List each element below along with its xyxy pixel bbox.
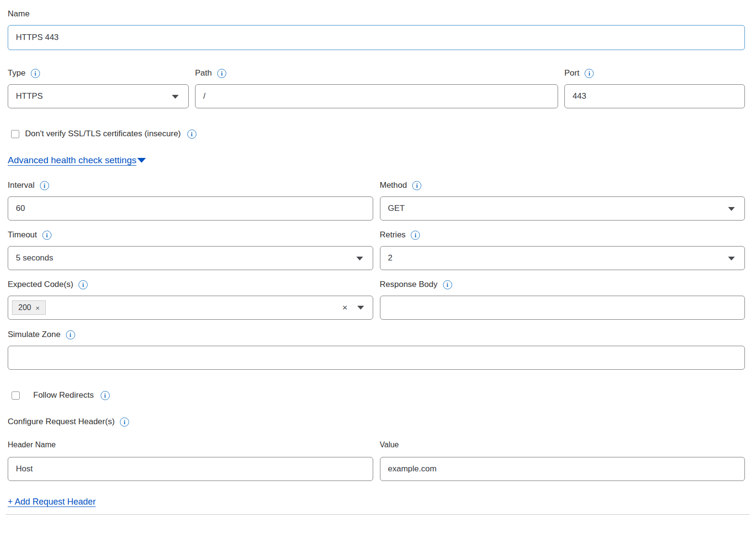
type-path-port-row: Type i HTTPS Path i Port i bbox=[8, 68, 745, 108]
simulate-zone-label: Simulate Zone bbox=[8, 329, 61, 340]
info-icon[interactable]: i bbox=[412, 181, 421, 190]
verify-ssl-checkbox[interactable] bbox=[11, 130, 19, 138]
interval-input[interactable] bbox=[8, 196, 373, 221]
method-label: Method bbox=[380, 180, 407, 191]
chevron-down-icon bbox=[728, 257, 735, 260]
request-headers-section-label-row: Configure Request Header(s) i bbox=[8, 416, 745, 427]
field-retries: Retries i 2 bbox=[380, 230, 745, 270]
expected-code-tag: 200 × bbox=[12, 300, 46, 315]
advanced-settings-link[interactable]: Advanced health check settings bbox=[8, 155, 136, 166]
field-type: Type i HTTPS bbox=[8, 68, 189, 108]
info-icon[interactable]: i bbox=[40, 181, 49, 190]
info-icon[interactable]: i bbox=[78, 280, 88, 289]
info-icon[interactable]: i bbox=[120, 417, 129, 427]
chevron-down-icon bbox=[728, 207, 735, 211]
chevron-down-icon[interactable] bbox=[137, 158, 146, 163]
name-label: Name bbox=[8, 9, 29, 19]
field-interval: Interval i bbox=[8, 180, 373, 221]
port-label: Port bbox=[564, 68, 579, 78]
codes-body-row: Expected Code(s) i 200 × × Response Body… bbox=[8, 279, 745, 320]
follow-redirects-checkbox[interactable] bbox=[12, 391, 20, 400]
chevron-down-icon bbox=[172, 95, 179, 99]
chevron-down-icon[interactable] bbox=[357, 306, 364, 310]
type-label: Type bbox=[8, 68, 26, 78]
follow-redirects-label: Follow Redirects bbox=[33, 390, 94, 400]
header-value-input[interactable] bbox=[380, 457, 745, 481]
info-icon[interactable]: i bbox=[443, 280, 452, 289]
path-input[interactable] bbox=[195, 84, 558, 108]
field-simulate-zone: Simulate Zone i bbox=[8, 329, 745, 370]
verify-ssl-row: Don't verify SSL/TLS certificates (insec… bbox=[8, 129, 745, 139]
simulate-zone-input[interactable] bbox=[8, 346, 745, 370]
info-icon[interactable]: i bbox=[101, 391, 110, 400]
method-select-value: GET bbox=[388, 204, 405, 213]
field-port: Port i bbox=[564, 68, 745, 108]
advanced-settings-row: Advanced health check settings bbox=[8, 155, 745, 166]
divider bbox=[6, 514, 750, 515]
field-header-value: Value bbox=[380, 440, 745, 481]
info-icon[interactable]: i bbox=[187, 130, 196, 139]
retries-select-value: 2 bbox=[388, 253, 392, 263]
path-label: Path bbox=[195, 68, 212, 78]
type-select[interactable]: HTTPS bbox=[8, 84, 189, 108]
retries-select[interactable]: 2 bbox=[380, 246, 745, 270]
method-select[interactable]: GET bbox=[380, 196, 745, 221]
request-headers-section-label: Configure Request Header(s) bbox=[8, 416, 115, 427]
field-header-name: Header Name bbox=[8, 440, 373, 481]
request-header-row: Header Name Value bbox=[8, 440, 745, 481]
response-body-input[interactable] bbox=[380, 296, 745, 320]
name-input[interactable] bbox=[8, 25, 745, 50]
info-icon[interactable]: i bbox=[411, 231, 420, 240]
response-body-label: Response Body bbox=[380, 279, 438, 290]
timeout-retries-row: Timeout i 5 seconds Retries i 2 bbox=[8, 230, 745, 270]
header-name-label: Header Name bbox=[8, 440, 373, 450]
field-name: Name bbox=[8, 9, 745, 50]
verify-ssl-label: Don't verify SSL/TLS certificates (insec… bbox=[25, 129, 181, 139]
field-timeout: Timeout i 5 seconds bbox=[8, 230, 373, 270]
expected-codes-multiselect[interactable]: 200 × × bbox=[8, 296, 373, 320]
expected-code-tag-label: 200 bbox=[18, 304, 31, 312]
chevron-down-icon bbox=[356, 257, 363, 260]
add-request-header-row: + Add Request Header bbox=[8, 497, 745, 507]
header-value-label: Value bbox=[380, 440, 745, 450]
expected-codes-label: Expected Code(s) bbox=[8, 279, 73, 290]
field-response-body: Response Body i bbox=[380, 279, 745, 320]
field-method: Method i GET bbox=[380, 180, 745, 221]
info-icon[interactable]: i bbox=[585, 69, 594, 78]
follow-redirects-row: Follow Redirects i bbox=[8, 390, 745, 400]
interval-method-row: Interval i Method i GET bbox=[8, 180, 745, 221]
type-select-value: HTTPS bbox=[16, 91, 43, 101]
info-icon[interactable]: i bbox=[42, 231, 52, 240]
timeout-select[interactable]: 5 seconds bbox=[8, 246, 373, 270]
header-name-input[interactable] bbox=[8, 457, 373, 481]
info-icon[interactable]: i bbox=[217, 69, 226, 78]
timeout-select-value: 5 seconds bbox=[16, 253, 53, 263]
retries-label: Retries bbox=[380, 230, 406, 240]
info-icon[interactable]: i bbox=[66, 330, 75, 339]
clear-all-icon[interactable]: × bbox=[342, 303, 348, 312]
remove-tag-icon[interactable]: × bbox=[36, 304, 40, 312]
interval-label: Interval bbox=[8, 180, 35, 191]
add-request-header-link[interactable]: + Add Request Header bbox=[8, 497, 96, 507]
port-input[interactable] bbox=[564, 84, 745, 108]
timeout-label: Timeout bbox=[8, 230, 37, 240]
info-icon[interactable]: i bbox=[31, 69, 40, 78]
field-expected-codes: Expected Code(s) i 200 × × bbox=[8, 279, 373, 320]
field-path: Path i bbox=[195, 68, 558, 108]
